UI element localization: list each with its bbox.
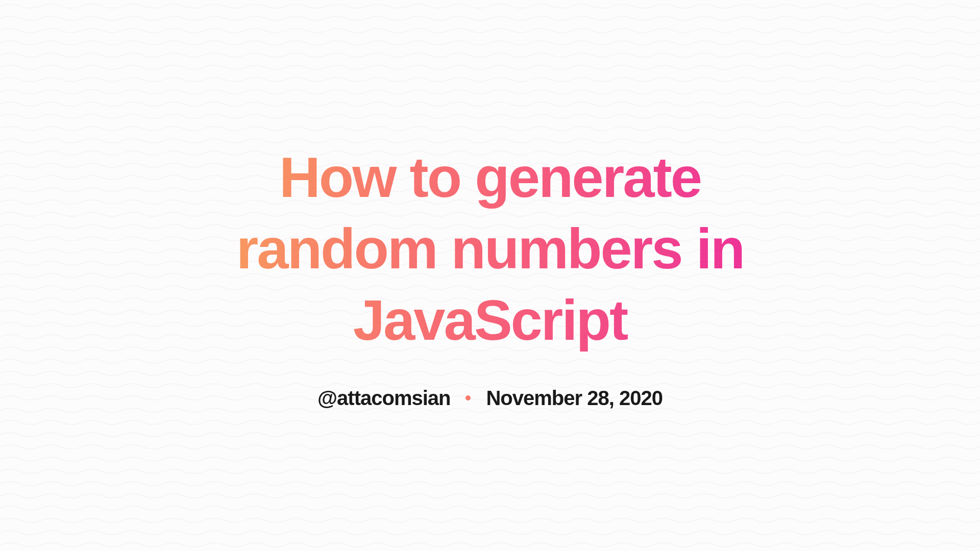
publish-date: November 28, 2020 xyxy=(486,387,662,410)
content-container: How to generate random numbers in JavaSc… xyxy=(184,142,796,410)
article-meta: @attacomsian November 28, 2020 xyxy=(204,387,776,410)
separator-dot-icon xyxy=(465,395,471,400)
author-handle: @attacomsian xyxy=(317,387,450,410)
article-title: How to generate random numbers in JavaSc… xyxy=(204,142,776,356)
